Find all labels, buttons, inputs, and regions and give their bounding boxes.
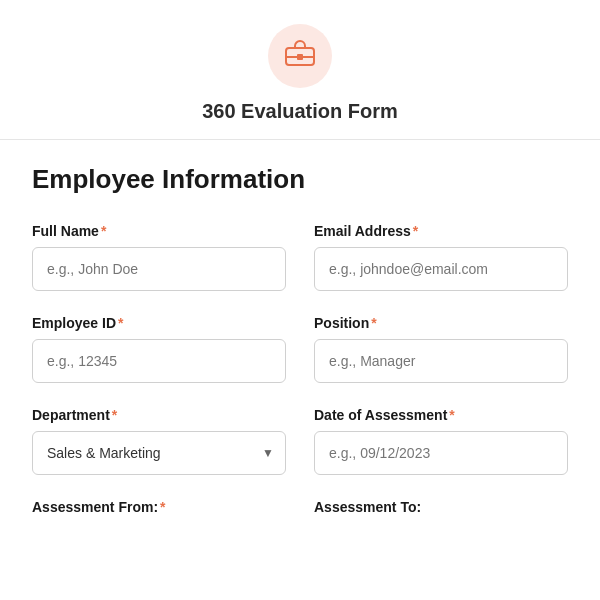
assessment-to-group: Assessment To:	[314, 499, 568, 515]
employee-id-input[interactable]	[32, 339, 286, 383]
position-label: Position*	[314, 315, 568, 331]
email-group: Email Address*	[314, 223, 568, 291]
date-assessment-input[interactable]	[314, 431, 568, 475]
email-required: *	[413, 223, 418, 239]
assessment-from-group: Assessment From:*	[32, 499, 286, 515]
employee-id-group: Employee ID*	[32, 315, 286, 383]
department-required: *	[112, 407, 117, 423]
position-input[interactable]	[314, 339, 568, 383]
assessment-from-required: *	[160, 499, 165, 515]
form-header: 360 Evaluation Form	[0, 0, 600, 140]
department-select-wrapper: Sales & Marketing Engineering HR Finance…	[32, 431, 286, 475]
main-content: Employee Information Full Name* Email Ad…	[0, 140, 600, 539]
department-select[interactable]: Sales & Marketing Engineering HR Finance…	[32, 431, 286, 475]
employee-id-label: Employee ID*	[32, 315, 286, 331]
email-input[interactable]	[314, 247, 568, 291]
department-group: Department* Sales & Marketing Engineerin…	[32, 407, 286, 475]
briefcase-icon	[285, 40, 315, 73]
assessment-from-label: Assessment From:*	[32, 499, 286, 515]
assessment-to-label: Assessment To:	[314, 499, 568, 515]
date-assessment-required: *	[449, 407, 454, 423]
full-name-group: Full Name*	[32, 223, 286, 291]
position-required: *	[371, 315, 376, 331]
position-group: Position*	[314, 315, 568, 383]
date-assessment-group: Date of Assessment*	[314, 407, 568, 475]
department-label: Department*	[32, 407, 286, 423]
bottom-row: Assessment From:* Assessment To:	[32, 499, 568, 515]
full-name-input[interactable]	[32, 247, 286, 291]
section-title: Employee Information	[32, 164, 568, 195]
date-assessment-label: Date of Assessment*	[314, 407, 568, 423]
form-title: 360 Evaluation Form	[202, 100, 398, 123]
full-name-label: Full Name*	[32, 223, 286, 239]
full-name-required: *	[101, 223, 106, 239]
svg-rect-2	[297, 54, 303, 60]
header-icon-circle	[268, 24, 332, 88]
email-label: Email Address*	[314, 223, 568, 239]
form-grid: Full Name* Email Address* Employee ID* P…	[32, 223, 568, 475]
employee-id-required: *	[118, 315, 123, 331]
